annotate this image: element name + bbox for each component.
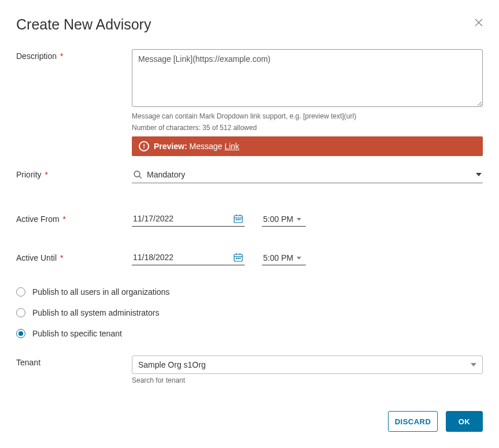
calendar-icon[interactable] [233, 213, 243, 224]
svg-rect-8 [236, 219, 237, 220]
active-until-label: Active Until * [16, 251, 132, 265]
description-textarea[interactable] [132, 49, 483, 107]
create-advisory-dialog: Create New Advisory Description * Messag… [0, 0, 499, 448]
publish-radio-tenant[interactable] [16, 329, 25, 338]
discard-button[interactable]: DISCARD [388, 411, 438, 432]
dialog-footer: DISCARD OK [16, 411, 483, 432]
ok-button[interactable]: OK [446, 411, 483, 432]
priority-select[interactable]: Mandatory [132, 168, 483, 183]
svg-rect-17 [239, 258, 241, 259]
active-until-time-input[interactable]: 5:00 PM [262, 252, 306, 265]
close-button[interactable] [475, 18, 483, 28]
chevron-down-icon [476, 173, 482, 176]
description-helper-1: Message can contain Mark Dropdown link s… [132, 112, 483, 120]
active-until-date-input[interactable] [132, 251, 245, 265]
publish-radio-all-users[interactable] [16, 287, 25, 297]
tenant-label: Tenant [16, 356, 132, 384]
active-from-time-input[interactable]: 5:00 PM [262, 213, 306, 227]
chevron-down-icon [471, 363, 476, 366]
priority-value: Mandatory [147, 170, 471, 179]
priority-label: Priority * [16, 168, 132, 183]
calendar-icon[interactable] [233, 252, 243, 262]
active-from-label: Active From * [16, 212, 132, 227]
chevron-down-icon [297, 257, 301, 260]
publish-label-sysadmins: Publish to all system administrators [32, 308, 159, 317]
info-icon: ! [139, 141, 149, 151]
description-label: Description * [16, 49, 132, 156]
chevron-down-icon [297, 218, 301, 221]
tenant-select[interactable]: Sample Org s1Org [132, 356, 483, 374]
publish-radio-group: Publish to all users in all organization… [16, 287, 483, 345]
svg-line-3 [139, 176, 142, 179]
publish-label-tenant: Publish to specific tenant [32, 329, 122, 338]
active-from-time-value: 5:00 PM [263, 214, 293, 224]
publish-label-all-users: Publish to all users in all organization… [32, 287, 169, 297]
svg-rect-10 [239, 219, 241, 220]
active-from-date-input[interactable] [132, 212, 245, 227]
description-helper-2: Number of characters: 35 of 512 allowed [132, 124, 483, 132]
svg-point-2 [134, 171, 140, 177]
svg-rect-15 [236, 258, 237, 259]
active-from-date-field[interactable] [133, 214, 230, 223]
tenant-value: Sample Org s1Org [138, 360, 206, 369]
dialog-title: Create New Advisory [16, 16, 483, 33]
search-icon [133, 170, 142, 179]
preview-bar: ! Preview: Message Link [132, 136, 483, 156]
preview-message: Message [189, 142, 222, 151]
preview-link[interactable]: Link [224, 142, 239, 151]
tenant-helper: Search for tenant [132, 376, 483, 384]
close-icon [475, 18, 483, 27]
svg-rect-16 [238, 258, 239, 259]
preview-label: Preview: [154, 142, 187, 151]
active-until-date-field[interactable] [133, 253, 230, 262]
active-until-time-value: 5:00 PM [263, 253, 293, 262]
publish-radio-sysadmins[interactable] [16, 308, 25, 317]
svg-rect-9 [238, 219, 239, 220]
